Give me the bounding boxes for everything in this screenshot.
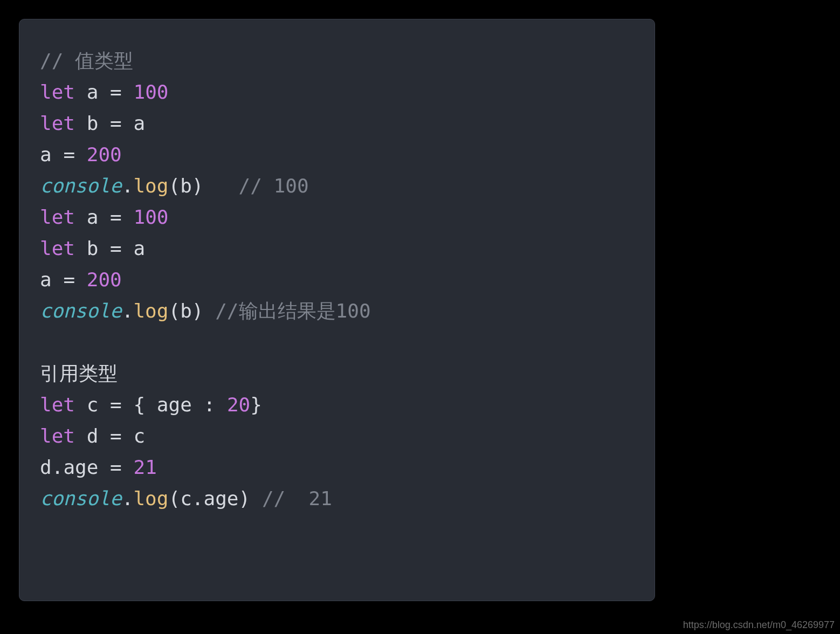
operator: =: [110, 206, 122, 228]
code-content: // 值类型 let a = 100 let b = a a = 200 con…: [40, 45, 634, 514]
keyword-let: let: [40, 394, 75, 416]
console: console: [40, 175, 122, 197]
number: 200: [87, 143, 122, 166]
identifier: c: [133, 425, 145, 447]
identifier: a: [87, 81, 99, 103]
console: console: [40, 487, 122, 509]
func-log: log: [133, 300, 168, 322]
comment: // 100: [239, 175, 309, 197]
func-log: log: [133, 175, 168, 197]
operator: =: [63, 143, 75, 166]
identifier: b: [180, 300, 192, 322]
identifier: a: [40, 268, 52, 291]
keyword-let: let: [40, 206, 75, 228]
property: age: [157, 394, 192, 416]
identifier: b: [180, 175, 192, 197]
identifier: b: [87, 237, 99, 259]
keyword-let: let: [40, 425, 75, 447]
identifier: d: [40, 456, 52, 478]
identifier: c: [87, 394, 99, 416]
number: 100: [133, 206, 168, 228]
number: 21: [133, 456, 156, 478]
operator: =: [63, 268, 75, 291]
identifier: a: [133, 237, 145, 259]
keyword-let: let: [40, 112, 75, 134]
identifier: b: [87, 112, 99, 134]
identifier: a: [87, 206, 99, 228]
operator: =: [110, 425, 122, 447]
func-log: log: [133, 487, 168, 509]
watermark: https://blog.csdn.net/m0_46269977: [683, 619, 835, 631]
keyword-let: let: [40, 237, 75, 259]
operator: =: [110, 394, 122, 416]
identifier: a: [133, 112, 145, 134]
console: console: [40, 300, 122, 322]
plain-text: 引用类型: [40, 362, 118, 384]
number: 200: [87, 268, 122, 291]
operator: =: [110, 81, 122, 103]
property: age: [204, 487, 239, 509]
operator: =: [110, 112, 122, 134]
operator: =: [110, 237, 122, 259]
identifier: a: [40, 143, 52, 166]
keyword-let: let: [40, 81, 75, 103]
comment: //输出结果是100: [215, 300, 370, 322]
number: 100: [133, 81, 168, 103]
comment: // 21: [262, 487, 332, 509]
number: 20: [227, 394, 250, 416]
operator: =: [110, 456, 122, 478]
code-block: // 值类型 let a = 100 let b = a a = 200 con…: [19, 19, 655, 601]
identifier: c: [180, 487, 192, 509]
comment: // 值类型: [40, 50, 133, 72]
identifier: d: [87, 425, 99, 447]
property: age: [63, 456, 98, 478]
